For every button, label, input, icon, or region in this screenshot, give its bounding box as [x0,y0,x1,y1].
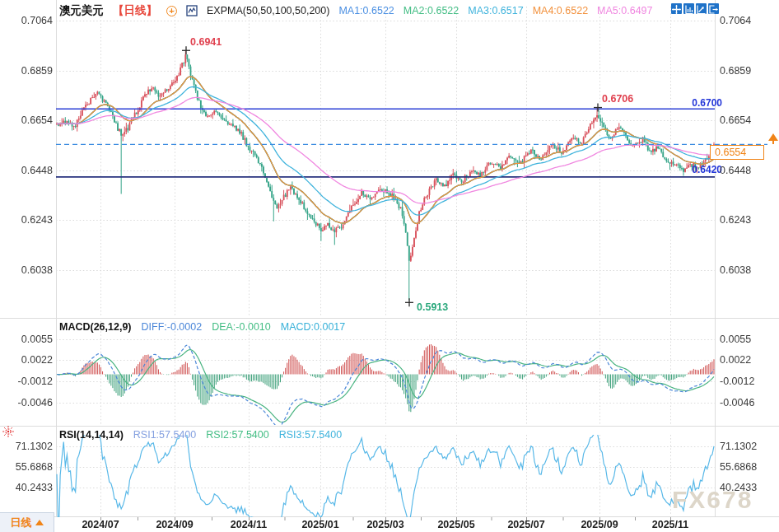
ma3-value: MA3:0.6517 [468,5,523,16]
y-axis-label-left: 0.0055 [2,333,53,346]
rsi-panel-header: RSI(14,14,14) RSI1:57.5400 RSI2:57.5400 … [59,429,342,441]
x-axis-date-label: 2025/11 [644,519,697,530]
x-axis-date-label: 2025/01 [294,519,347,530]
main-chart-header: 澳元美元 【日线】 + EXPMA(50,50,100,50,200) MA1:… [59,3,653,18]
support-level-label[interactable]: 0.6420 [675,164,722,175]
ma2-value: MA2:0.6522 [403,5,459,16]
y-axis-label-right: 0.0055 [720,333,774,346]
chart-type-icon[interactable] [186,5,198,16]
y-axis-label-left: 0.6859 [2,64,53,77]
x-axis-date-label: 2025/03 [359,519,412,530]
y-axis-label-right: 0.6654 [720,114,774,127]
rsi1-value: RSI1:57.5400 [133,429,196,441]
swing-low-annotation: 0.5913 [417,301,448,313]
x-axis-date-label: 2025/09 [573,519,626,530]
pan-crosshair-icon[interactable] [671,3,682,14]
period-badge-label: 日线 [11,516,32,530]
macd-title[interactable]: MACD(26,12,9) [59,321,132,333]
detach-window-icon[interactable] [708,3,719,14]
y-axis-label-right: 40.2433 [720,481,774,494]
y-axis-label-right: 0.0022 [720,353,774,366]
y-axis-label-left: 55.6868 [2,460,53,474]
macd-diff-value: DIFF:-0.0002 [142,321,203,333]
y-axis-label-left: 0.6654 [2,114,53,127]
rsi3-value: RSI3:57.5400 [279,429,342,441]
macd-dea-value: DEA:-0.0010 [212,321,271,333]
last-price-arrow-icon [768,133,778,141]
y-axis-label-left: 0.6243 [2,213,53,226]
price-axis-icon[interactable] [683,3,694,14]
y-axis-label-left: 0.6448 [2,164,53,177]
swing-high-annotation: 0.6941 [190,36,222,48]
y-axis-label-left: 40.2433 [2,481,53,494]
y-axis-label-right: 0.6859 [720,64,774,77]
resistance-level-label[interactable]: 0.6700 [675,97,722,109]
ma5-value: MA5:0.6497 [597,5,652,16]
swing-high-2025-annotation: 0.6706 [602,93,633,105]
period-badge-up-triangle-icon [35,520,44,525]
x-axis-date-label: 2024/11 [222,519,275,530]
y-axis-label-right: 0.6243 [720,213,774,226]
last-price-arrow-stem [772,141,774,144]
y-axis-label-left: 0.6038 [2,264,53,277]
rsi-title[interactable]: RSI(14,14,14) [59,429,124,441]
timeframe-label[interactable]: 【日线】 [113,3,157,18]
trading-chart-window: 澳元美元 【日线】 + EXPMA(50,50,100,50,200) MA1:… [0,0,779,532]
y-axis-label-left: -0.0012 [2,375,53,388]
add-indicator-icon[interactable]: + [166,6,177,16]
chart-toolbar [671,3,719,14]
y-axis-label-left: -0.0046 [2,396,53,409]
period-selector-badge[interactable]: 日线 [0,512,54,532]
rsi2-value: RSI2:57.5400 [206,429,268,441]
x-axis-date-label: 2024/07 [74,519,127,530]
time-axis-icon[interactable] [696,3,707,14]
y-axis-label-left: 0.0022 [2,353,53,366]
y-axis-label-right: 0.6038 [720,264,774,277]
last-price-tag: 0.6554 [710,145,764,160]
x-axis-date-label: 2025/05 [430,519,483,530]
ma4-value: MA4:0.6522 [533,5,588,16]
macd-hist-value: MACD:0.0017 [281,321,346,333]
macd-panel-header: MACD(26,12,9) DIFF:-0.0002 DEA:-0.0010 M… [59,321,345,333]
y-axis-label-right: -0.0046 [720,396,774,409]
y-axis-label-left: 71.1302 [2,440,53,453]
x-axis-date-label: 2025/07 [500,519,553,530]
price-chart-canvas[interactable] [0,0,779,532]
y-axis-label-right: 71.1302 [720,440,774,453]
y-axis-label-right: 55.6868 [720,460,774,474]
y-axis-label-right: -0.0012 [720,375,774,388]
y-axis-label-left: 0.7064 [2,14,53,27]
y-axis-label-right: 0.6448 [720,164,774,177]
symbol-title: 澳元美元 [59,3,104,18]
y-axis-label-right: 0.7064 [720,14,774,27]
ma1-value: MA1:0.6522 [338,5,394,16]
x-axis-date-label: 2024/09 [148,519,201,530]
indicator-title[interactable]: EXPMA(50,50,100,50,200) [207,5,329,16]
